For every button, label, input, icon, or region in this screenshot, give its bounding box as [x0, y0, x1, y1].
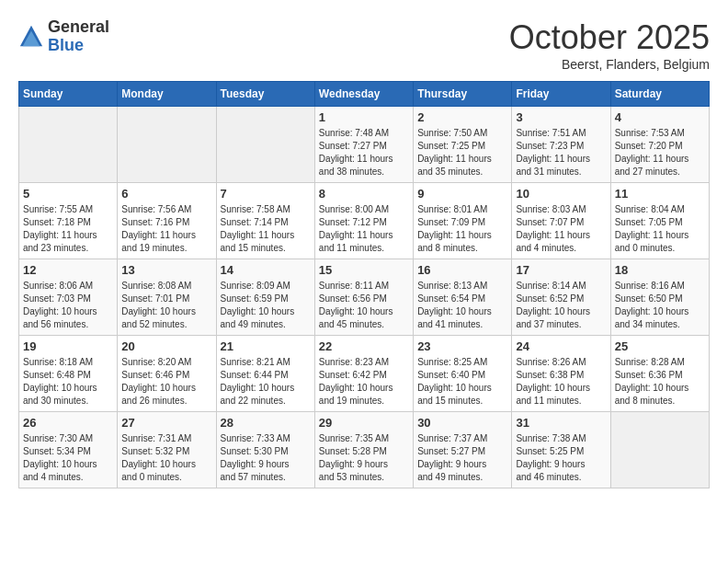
- calendar-day-cell: [118, 107, 216, 183]
- day-info: Sunrise: 8:14 AM Sunset: 6:52 PM Dayligh…: [516, 280, 606, 331]
- day-info: Sunrise: 7:33 AM Sunset: 5:30 PM Dayligh…: [221, 432, 311, 484]
- calendar-week-row: 19Sunrise: 8:18 AM Sunset: 6:48 PM Dayli…: [19, 336, 710, 412]
- day-info: Sunrise: 8:16 AM Sunset: 6:50 PM Dayligh…: [615, 280, 705, 331]
- calendar-day-cell: 18Sunrise: 8:16 AM Sunset: 6:50 PM Dayli…: [610, 259, 709, 336]
- calendar-day-cell: 2Sunrise: 7:50 AM Sunset: 7:25 PM Daylig…: [414, 107, 512, 183]
- calendar-week-row: 26Sunrise: 7:30 AM Sunset: 5:34 PM Dayli…: [19, 412, 710, 488]
- day-info: Sunrise: 8:23 AM Sunset: 6:42 PM Dayligh…: [319, 356, 409, 408]
- calendar-day-cell: 29Sunrise: 7:35 AM Sunset: 5:28 PM Dayli…: [314, 412, 413, 488]
- day-number: 14: [221, 263, 311, 277]
- day-number: 9: [417, 187, 507, 201]
- calendar-day-cell: 25Sunrise: 8:28 AM Sunset: 6:36 PM Dayli…: [610, 336, 709, 412]
- weekday-header-row: SundayMondayTuesdayWednesdayThursdayFrid…: [19, 82, 710, 107]
- day-info: Sunrise: 8:21 AM Sunset: 6:44 PM Dayligh…: [221, 356, 311, 408]
- calendar-day-cell: 6Sunrise: 7:56 AM Sunset: 7:16 PM Daylig…: [118, 183, 216, 259]
- day-number: 13: [121, 263, 211, 277]
- calendar-day-cell: 10Sunrise: 8:03 AM Sunset: 7:07 PM Dayli…: [512, 183, 610, 259]
- day-number: 19: [23, 339, 113, 353]
- day-info: Sunrise: 7:50 AM Sunset: 7:25 PM Dayligh…: [417, 127, 507, 178]
- day-number: 25: [615, 339, 705, 353]
- calendar-week-row: 12Sunrise: 8:06 AM Sunset: 7:03 PM Dayli…: [19, 259, 710, 336]
- day-info: Sunrise: 8:01 AM Sunset: 7:09 PM Dayligh…: [417, 203, 507, 255]
- day-number: 3: [516, 110, 606, 124]
- calendar-day-cell: 31Sunrise: 7:38 AM Sunset: 5:25 PM Dayli…: [512, 412, 610, 488]
- day-number: 10: [516, 187, 606, 201]
- calendar-day-cell: 27Sunrise: 7:31 AM Sunset: 5:32 PM Dayli…: [118, 412, 216, 488]
- calendar-body: 1Sunrise: 7:48 AM Sunset: 7:27 PM Daylig…: [19, 107, 710, 488]
- weekday-header-sunday: Sunday: [19, 82, 118, 107]
- day-info: Sunrise: 7:55 AM Sunset: 7:18 PM Dayligh…: [23, 203, 113, 255]
- calendar-day-cell: 13Sunrise: 8:08 AM Sunset: 7:01 PM Dayli…: [118, 259, 216, 336]
- weekday-header-saturday: Saturday: [610, 82, 709, 107]
- day-info: Sunrise: 7:38 AM Sunset: 5:25 PM Dayligh…: [516, 432, 606, 484]
- day-info: Sunrise: 8:18 AM Sunset: 6:48 PM Dayligh…: [23, 356, 113, 408]
- day-info: Sunrise: 7:31 AM Sunset: 5:32 PM Dayligh…: [121, 432, 211, 484]
- day-info: Sunrise: 7:53 AM Sunset: 7:20 PM Dayligh…: [615, 127, 705, 178]
- calendar-day-cell: 16Sunrise: 8:13 AM Sunset: 6:54 PM Dayli…: [414, 259, 512, 336]
- day-number: 16: [417, 263, 507, 277]
- day-number: 5: [23, 187, 113, 201]
- day-info: Sunrise: 8:28 AM Sunset: 6:36 PM Dayligh…: [615, 356, 705, 408]
- day-info: Sunrise: 8:26 AM Sunset: 6:38 PM Dayligh…: [516, 356, 606, 408]
- calendar-day-cell: 17Sunrise: 8:14 AM Sunset: 6:52 PM Dayli…: [512, 259, 610, 336]
- header: General Blue October 2025 Beerst, Flande…: [18, 18, 710, 72]
- day-number: 31: [516, 416, 606, 430]
- day-number: 27: [121, 416, 211, 430]
- day-info: Sunrise: 7:56 AM Sunset: 7:16 PM Dayligh…: [121, 203, 211, 255]
- day-info: Sunrise: 8:08 AM Sunset: 7:01 PM Dayligh…: [121, 280, 211, 331]
- calendar-day-cell: 14Sunrise: 8:09 AM Sunset: 6:59 PM Dayli…: [216, 259, 314, 336]
- calendar-day-cell: 4Sunrise: 7:53 AM Sunset: 7:20 PM Daylig…: [610, 107, 709, 183]
- day-info: Sunrise: 7:58 AM Sunset: 7:14 PM Dayligh…: [221, 203, 311, 255]
- day-number: 4: [615, 110, 705, 124]
- day-info: Sunrise: 8:00 AM Sunset: 7:12 PM Dayligh…: [319, 203, 409, 255]
- location: Beerst, Flanders, Belgium: [509, 57, 710, 72]
- calendar-day-cell: 24Sunrise: 8:26 AM Sunset: 6:38 PM Dayli…: [512, 336, 610, 412]
- day-number: 11: [615, 187, 705, 201]
- calendar-day-cell: 20Sunrise: 8:20 AM Sunset: 6:46 PM Dayli…: [118, 336, 216, 412]
- calendar-day-cell: 8Sunrise: 8:00 AM Sunset: 7:12 PM Daylig…: [314, 183, 413, 259]
- day-info: Sunrise: 8:03 AM Sunset: 7:07 PM Dayligh…: [516, 203, 606, 255]
- weekday-header-thursday: Thursday: [414, 82, 512, 107]
- day-number: 7: [221, 187, 311, 201]
- calendar-day-cell: 1Sunrise: 7:48 AM Sunset: 7:27 PM Daylig…: [314, 107, 413, 183]
- calendar-day-cell: 30Sunrise: 7:37 AM Sunset: 5:27 PM Dayli…: [414, 412, 512, 488]
- day-number: 8: [319, 187, 409, 201]
- day-number: 21: [221, 339, 311, 353]
- calendar-day-cell: 11Sunrise: 8:04 AM Sunset: 7:05 PM Dayli…: [610, 183, 709, 259]
- day-number: 29: [319, 416, 409, 430]
- day-number: 26: [23, 416, 113, 430]
- logo-blue-label: Blue: [48, 37, 109, 55]
- day-number: 20: [121, 339, 211, 353]
- day-info: Sunrise: 7:37 AM Sunset: 5:27 PM Dayligh…: [417, 432, 507, 484]
- calendar-day-cell: 9Sunrise: 8:01 AM Sunset: 7:09 PM Daylig…: [414, 183, 512, 259]
- weekday-header-tuesday: Tuesday: [216, 82, 314, 107]
- calendar-day-cell: 23Sunrise: 8:25 AM Sunset: 6:40 PM Dayli…: [414, 336, 512, 412]
- day-info: Sunrise: 8:09 AM Sunset: 6:59 PM Dayligh…: [221, 280, 311, 331]
- day-info: Sunrise: 8:20 AM Sunset: 6:46 PM Dayligh…: [121, 356, 211, 408]
- calendar-day-cell: 21Sunrise: 8:21 AM Sunset: 6:44 PM Dayli…: [216, 336, 314, 412]
- calendar-day-cell: 3Sunrise: 7:51 AM Sunset: 7:23 PM Daylig…: [512, 107, 610, 183]
- day-number: 1: [319, 110, 409, 124]
- day-number: 30: [417, 416, 507, 430]
- calendar-day-cell: 28Sunrise: 7:33 AM Sunset: 5:30 PM Dayli…: [216, 412, 314, 488]
- day-number: 22: [319, 339, 409, 353]
- day-number: 24: [516, 339, 606, 353]
- calendar-day-cell: 26Sunrise: 7:30 AM Sunset: 5:34 PM Dayli…: [19, 412, 118, 488]
- calendar-day-cell: 7Sunrise: 7:58 AM Sunset: 7:14 PM Daylig…: [216, 183, 314, 259]
- title-area: October 2025 Beerst, Flanders, Belgium: [509, 18, 710, 72]
- calendar-day-cell: 19Sunrise: 8:18 AM Sunset: 6:48 PM Dayli…: [19, 336, 118, 412]
- calendar-day-cell: 5Sunrise: 7:55 AM Sunset: 7:18 PM Daylig…: [19, 183, 118, 259]
- day-info: Sunrise: 8:25 AM Sunset: 6:40 PM Dayligh…: [417, 356, 507, 408]
- weekday-header-monday: Monday: [118, 82, 216, 107]
- day-number: 23: [417, 339, 507, 353]
- day-info: Sunrise: 7:48 AM Sunset: 7:27 PM Dayligh…: [319, 127, 409, 178]
- weekday-header-friday: Friday: [512, 82, 610, 107]
- day-number: 17: [516, 263, 606, 277]
- calendar-day-cell: [610, 412, 709, 488]
- month-title: October 2025: [509, 18, 710, 57]
- day-number: 12: [23, 263, 113, 277]
- logo: General Blue: [18, 18, 109, 55]
- calendar-header: SundayMondayTuesdayWednesdayThursdayFrid…: [19, 82, 710, 107]
- day-info: Sunrise: 8:04 AM Sunset: 7:05 PM Dayligh…: [615, 203, 705, 255]
- calendar-week-row: 1Sunrise: 7:48 AM Sunset: 7:27 PM Daylig…: [19, 107, 710, 183]
